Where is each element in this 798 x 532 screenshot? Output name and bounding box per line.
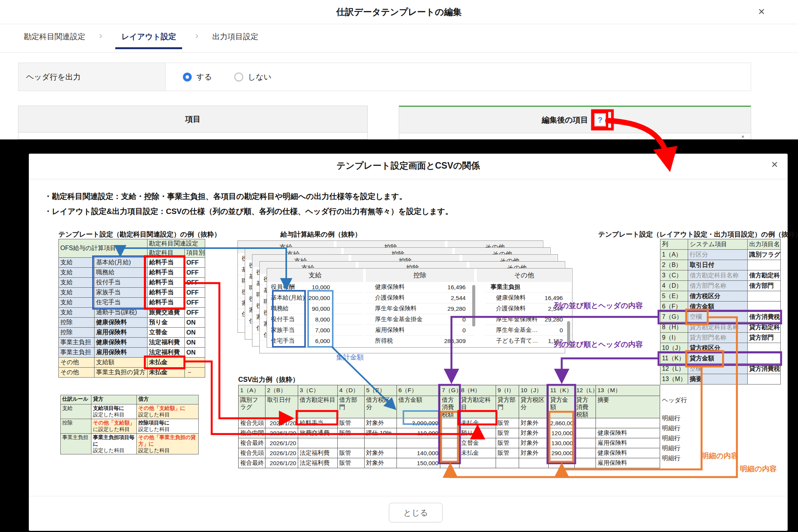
- cell: 10（J）: [519, 385, 549, 396]
- cell: 貸方勘定科目: [748, 322, 781, 333]
- cell: OFS給与の計算項目: [59, 239, 148, 258]
- radio-off-icon[interactable]: [234, 73, 243, 81]
- cell: 支給項目毎に設定した科目: [91, 404, 137, 419]
- cell: 事業主負担: [59, 348, 95, 358]
- cell: 借方勘定科目: [748, 270, 781, 281]
- cell: OFF: [185, 258, 205, 268]
- cell: 識別フラグ: [748, 250, 781, 260]
- cell: 健康保険料: [596, 448, 660, 458]
- cell: 7（G）: [440, 385, 460, 396]
- radio-on-icon[interactable]: [183, 73, 192, 81]
- cell: 対象外: [519, 428, 549, 438]
- cell: 9（I）: [496, 385, 519, 396]
- cell: 支給: [59, 268, 95, 278]
- cell: [575, 428, 596, 438]
- cell: 控除: [61, 419, 91, 434]
- cell: 貸方勘定科目: [460, 396, 496, 418]
- cell: 販管: [338, 428, 365, 438]
- close-icon[interactable]: ×: [754, 4, 769, 19]
- sum-amount-label: 集計金額: [336, 353, 364, 362]
- step-account-settings[interactable]: 勘定科目関連設定: [23, 31, 86, 48]
- cell: [575, 448, 596, 458]
- cell: 給料手当: [148, 278, 185, 288]
- column-order-label: 列の並び順とヘッダの内容: [554, 301, 643, 311]
- cell: 法定福利費: [298, 448, 338, 458]
- left-table-title: テンプレート設定（勘定科目関連設定）の例（抜粋）: [58, 230, 221, 239]
- cell: 貸方金額: [688, 353, 748, 364]
- cell: [440, 448, 460, 458]
- cell: 対象外: [365, 458, 397, 468]
- cell: 仕訳ルール: [61, 395, 91, 404]
- cell: 12（L）: [660, 364, 688, 374]
- items-column-header: 項目: [18, 106, 367, 133]
- cell: [460, 458, 496, 468]
- cell: 住宅手当: [95, 298, 148, 308]
- step-output-items[interactable]: 出力項目設定: [211, 31, 259, 48]
- cell: 3（C）: [298, 385, 338, 396]
- cell: 2（B）: [660, 260, 688, 270]
- cell: 借方消費税額: [748, 312, 781, 322]
- scrollbar-thumb[interactable]: [472, 285, 475, 326]
- cell: 未払金: [460, 418, 496, 428]
- cell: その他「支給額」に設定した科目: [91, 419, 137, 434]
- cell: [440, 458, 460, 468]
- cell: 借方金額: [688, 302, 748, 312]
- csv-table-title: CSV出力例（抜粋）: [238, 375, 299, 384]
- cell: 給料手当: [148, 298, 185, 308]
- other-owner-label: 事業主負担: [485, 282, 572, 293]
- cell: 8（H）: [460, 385, 496, 396]
- cell: 職務給: [95, 268, 148, 278]
- cell: 150,000: [397, 458, 440, 468]
- cell: 未払金: [148, 358, 185, 368]
- cell: 法定福利費: [148, 338, 185, 348]
- cell: 識別フラグ: [239, 396, 265, 418]
- cell: [748, 374, 781, 384]
- radio-output-no[interactable]: しない: [234, 72, 271, 82]
- cell: 2,860,000: [549, 418, 575, 428]
- cell: 取引日付: [688, 260, 748, 270]
- cell: その他「事業主負担の貸方」に設定した科目: [137, 434, 199, 454]
- cell: 事業主負担項目毎に設定した科目: [91, 434, 137, 454]
- payroll-title: 給与計算結果の例（抜粋）: [280, 230, 361, 239]
- column-order-label: 列の並び順とヘッダの内容: [554, 340, 643, 350]
- cell: 支給: [59, 308, 95, 318]
- divider: [29, 496, 787, 496]
- cell: [575, 438, 596, 448]
- radio-output-yes[interactable]: する: [183, 72, 212, 82]
- cell: 1（A）: [239, 385, 265, 396]
- modal-close-icon[interactable]: ×: [767, 157, 782, 172]
- cell: 貸方部門: [496, 396, 519, 418]
- cell: 支給: [61, 404, 91, 419]
- cell: 列: [660, 239, 688, 250]
- cell: 4（D）: [338, 385, 365, 396]
- cell: 2026/1/20: [265, 458, 298, 468]
- cell: [338, 438, 365, 448]
- cell: 事業主負担の貸方: [95, 368, 148, 378]
- cell: 雇用保険料: [596, 438, 660, 448]
- cell: 支給: [59, 298, 95, 308]
- group-other-header: その他: [477, 268, 571, 282]
- cell: その他: [59, 358, 95, 368]
- cell: 未払金: [460, 448, 496, 458]
- cell: 130,000: [549, 438, 575, 448]
- cell: 借方消費税額: [440, 396, 460, 418]
- close-button[interactable]: とじる: [389, 503, 443, 522]
- cell: 空欄: [688, 364, 748, 374]
- right-table-title: テンプレート設定（レイアウト設定・出力項目設定）の例（抜粋）: [598, 230, 780, 239]
- cell: 法定福利費: [298, 458, 338, 468]
- cell: 支給: [59, 258, 95, 268]
- cell: 摘要: [688, 374, 748, 384]
- cell: 貸方部門名称: [688, 333, 748, 343]
- cell: [365, 438, 397, 448]
- chevron-right-icon: ›: [99, 30, 102, 41]
- scroll-up-icon[interactable]: ▲: [741, 134, 745, 138]
- cell: 基本給(月給): [95, 258, 148, 268]
- group-pay-header: 支給: [267, 268, 363, 282]
- deduct-column: 健康保険料16,496 介護保険料2,544 厚生年金保険料29,280 厚生年…: [366, 282, 474, 346]
- cell: システム項目: [688, 239, 748, 250]
- detail-row-tag: 明細行: [662, 424, 680, 433]
- editor-window: 仕訳データテンプレートの編集 × 勘定科目関連設定 › レイアウト設定 › 出力…: [0, 0, 798, 139]
- help-icon[interactable]: ?: [595, 114, 606, 126]
- cell: OFF: [185, 278, 205, 288]
- step-layout-settings[interactable]: レイアウト設定: [115, 31, 182, 49]
